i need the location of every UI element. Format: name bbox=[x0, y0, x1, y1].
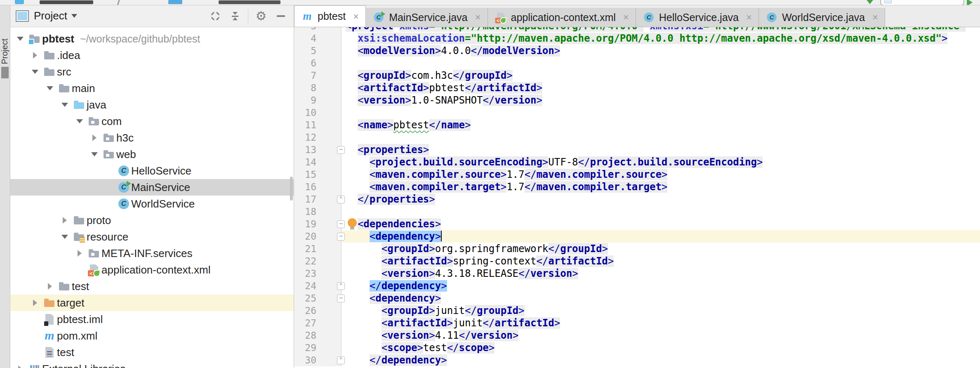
expand-toggle[interactable] bbox=[43, 86, 57, 90]
expand-toggle[interactable] bbox=[58, 103, 72, 107]
expand-toggle[interactable] bbox=[13, 366, 27, 368]
expand-toggle[interactable] bbox=[28, 52, 42, 59]
tree-item--idea[interactable]: .idea bbox=[10, 47, 294, 64]
close-icon[interactable]: × bbox=[623, 12, 629, 23]
code-text[interactable]: <modelVersion>4.0.0</modelVersion> bbox=[342, 45, 980, 57]
line-number: 27 bbox=[294, 317, 318, 329]
code-text[interactable]: <version>4.11</version> bbox=[342, 329, 980, 342]
tab-helloservice-java[interactable]: CHelloService.java× bbox=[636, 8, 759, 27]
code-text[interactable] bbox=[342, 131, 980, 144]
tree-item-com[interactable]: com bbox=[10, 113, 294, 130]
code-text[interactable]: <groupId>junit</groupId> bbox=[342, 304, 980, 317]
code-editor[interactable]: 3<project xmlns="http://maven.apache.org… bbox=[294, 27, 980, 368]
project-toolwindow-button[interactable]: 1: Project bbox=[0, 5, 9, 73]
fold-marker[interactable]: − bbox=[337, 220, 345, 228]
folder-excluded-icon bbox=[43, 297, 56, 309]
code-text[interactable]: xsi:schemaLocation="http://maven.apache.… bbox=[342, 32, 980, 45]
tab-mainservice-java[interactable]: CMainService.java× bbox=[366, 8, 488, 27]
code-text[interactable]: <version>1.0-SNAPSHOT</version> bbox=[342, 94, 980, 106]
code-text[interactable] bbox=[342, 57, 980, 69]
fold-marker[interactable]: − bbox=[337, 233, 345, 241]
intention-bulb-icon[interactable] bbox=[348, 218, 357, 227]
tree-item-external-libraries[interactable]: External Libraries bbox=[10, 361, 294, 368]
code-text[interactable]: <groupId>org.springframework</groupId> bbox=[342, 243, 980, 255]
expand-toggle[interactable] bbox=[87, 134, 101, 141]
run-button-icon[interactable] bbox=[967, 0, 973, 5]
collapse-all-button[interactable] bbox=[228, 9, 242, 23]
code-text[interactable]: <groupId>com.h3c</groupId> bbox=[342, 69, 980, 82]
tree-item-test[interactable]: test bbox=[10, 278, 294, 295]
gear-icon[interactable]: ⚙ bbox=[254, 9, 268, 23]
tree-item-meta-inf-services[interactable]: META-INF.services bbox=[10, 245, 294, 262]
run-config-dropdown-icon[interactable] bbox=[865, 0, 874, 4]
code-text[interactable]: <scope>test</scope> bbox=[342, 342, 980, 354]
project-tree-scrollbar[interactable] bbox=[290, 177, 293, 201]
expand-toggle[interactable] bbox=[73, 119, 87, 123]
locate-file-button[interactable] bbox=[208, 9, 222, 23]
code-text[interactable]: <artifactId>spring-context</artifactId> bbox=[342, 255, 980, 267]
fold-marker[interactable]: − bbox=[337, 146, 345, 154]
code-text[interactable]: <name>pbtest</name> bbox=[342, 119, 980, 131]
tab-pbtest[interactable]: mpbtest× bbox=[294, 5, 366, 27]
tree-item-src[interactable]: src bbox=[10, 64, 294, 80]
code-text[interactable]: <maven.compiler.target>1.7</maven.compil… bbox=[342, 181, 980, 193]
tab-worldservice-java[interactable]: CWorldService.java× bbox=[759, 8, 885, 27]
tree-item-worldservice[interactable]: CWorldService bbox=[10, 196, 294, 212]
expand-toggle[interactable] bbox=[58, 217, 72, 224]
close-icon[interactable]: × bbox=[872, 12, 878, 23]
code-text[interactable]: <artifactId>junit</artifactId> bbox=[342, 317, 980, 329]
expand-toggle[interactable] bbox=[28, 300, 42, 306]
hide-panel-button[interactable] bbox=[274, 9, 288, 23]
tree-item-target[interactable]: target bbox=[10, 295, 294, 311]
tree-item-mainservice[interactable]: CMainService bbox=[10, 179, 294, 196]
code-text[interactable]: <project.build.sourceEncoding>UTF-8</pro… bbox=[342, 156, 980, 168]
chevron-down-icon[interactable] bbox=[71, 14, 77, 18]
tree-item-resource[interactable]: resource bbox=[10, 229, 294, 245]
close-icon[interactable]: × bbox=[475, 12, 481, 23]
tree-item-h3c[interactable]: h3c bbox=[10, 130, 294, 146]
tree-item-pbtest[interactable]: pbtest~/workspace/github/pbtest bbox=[10, 31, 294, 47]
code-text[interactable]: </dependency> bbox=[342, 354, 980, 366]
code-text[interactable]: <properties> bbox=[342, 144, 980, 156]
fold-marker[interactable]: − bbox=[337, 295, 345, 302]
expand-toggle[interactable] bbox=[43, 283, 57, 290]
tree-item-web[interactable]: web bbox=[10, 146, 294, 163]
code-line-14: 14 <project.build.sourceEncoding>UTF-8</… bbox=[294, 156, 980, 168]
code-text[interactable]: <project xmlns="http://maven.apache.org/… bbox=[342, 27, 980, 32]
tree-item-pom-xml[interactable]: mpom.xml bbox=[10, 328, 294, 344]
run-configuration-combo[interactable] bbox=[880, 0, 964, 5]
project-panel-title[interactable]: Project bbox=[34, 9, 67, 22]
expand-toggle[interactable] bbox=[13, 37, 27, 41]
libraries-icon bbox=[28, 363, 41, 368]
tree-item-application-context-xml[interactable]: <application-context.xml bbox=[10, 262, 294, 278]
tab-application-context-xml[interactable]: <application-context.xml× bbox=[488, 8, 636, 27]
close-icon[interactable]: × bbox=[353, 11, 359, 22]
tree-item-proto[interactable]: proto bbox=[10, 212, 294, 229]
tree-item-test[interactable]: test bbox=[10, 344, 294, 361]
fold-marker[interactable]: ⌃ bbox=[337, 356, 345, 364]
line-number: 4 bbox=[294, 32, 318, 45]
tree-item-pbtest-iml[interactable]: pbtest.iml bbox=[10, 311, 294, 328]
code-text[interactable]: <dependency> bbox=[342, 230, 980, 243]
expand-toggle[interactable] bbox=[73, 250, 87, 257]
code-text[interactable] bbox=[342, 205, 980, 218]
ide-window: 1: Project Project ⚙ pbtest~/workspace/g… bbox=[0, 0, 980, 368]
fold-marker[interactable]: ⌃ bbox=[337, 196, 345, 203]
expand-toggle[interactable] bbox=[87, 152, 101, 156]
tree-item-main[interactable]: main bbox=[10, 80, 294, 97]
code-text[interactable]: <artifactId>pbtest</artifactId> bbox=[342, 82, 980, 94]
code-text[interactable] bbox=[342, 106, 980, 119]
code-text[interactable]: <version>4.3.18.RELEASE</version> bbox=[342, 267, 980, 280]
gutter bbox=[318, 243, 342, 255]
code-text[interactable]: <dependency> bbox=[342, 292, 980, 304]
code-text[interactable]: <dependencies> bbox=[342, 218, 980, 230]
fold-marker[interactable]: ⌃ bbox=[337, 282, 345, 290]
code-text[interactable]: </dependency> bbox=[342, 280, 980, 292]
code-text[interactable]: <maven.compiler.source>1.7</maven.compil… bbox=[342, 168, 980, 181]
code-text[interactable]: </properties> bbox=[342, 193, 980, 205]
tree-item-java[interactable]: java bbox=[10, 97, 294, 113]
tree-item-helloservice[interactable]: CHelloService bbox=[10, 163, 294, 179]
expand-toggle[interactable] bbox=[28, 70, 42, 74]
close-icon[interactable]: × bbox=[746, 12, 752, 23]
expand-toggle[interactable] bbox=[58, 235, 72, 239]
